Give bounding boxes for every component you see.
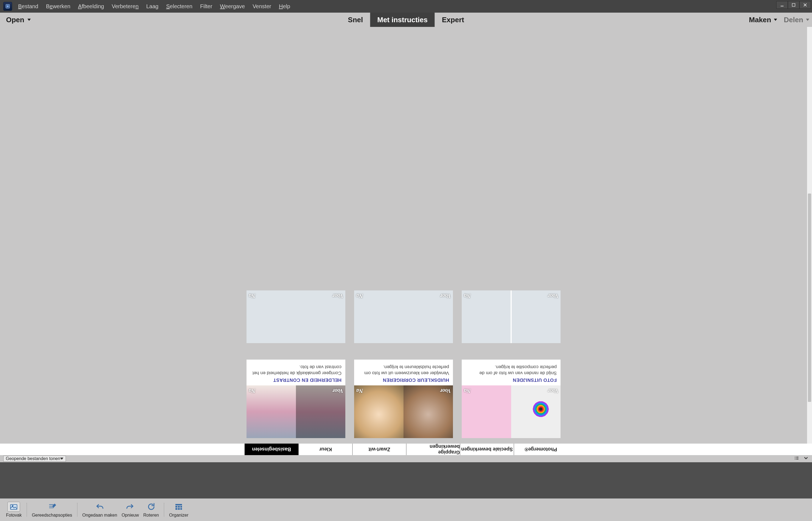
tool-label: Roteren bbox=[143, 513, 159, 518]
svg-rect-1 bbox=[781, 6, 784, 6]
cat-grappige-bewerkingen[interactable]: Grappige bewerkingen bbox=[406, 444, 460, 455]
tool-options-icon bbox=[47, 502, 56, 512]
tool-roteren[interactable]: Roteren bbox=[141, 502, 161, 518]
mode-bar-right: Maken Delen bbox=[749, 13, 809, 27]
mode-snel[interactable]: Snel bbox=[341, 13, 370, 27]
open-button-label: Open bbox=[6, 16, 24, 24]
card-helderheid-contrast[interactable]: Voor Na HELDERHEID EN CONTRAST Corrigeer… bbox=[247, 360, 345, 438]
menu-help[interactable]: Help bbox=[279, 3, 290, 9]
tool-opnieuw[interactable]: Opnieuw bbox=[119, 502, 141, 518]
menu-selecteren[interactable]: Selecteren bbox=[166, 3, 193, 9]
mode-bar: Open Snel Met instructies Expert Maken D… bbox=[0, 13, 812, 27]
cat-zwart-wit[interactable]: Zwart-wit bbox=[352, 444, 406, 455]
card-desc: Snijd de randen van uw foto af om de per… bbox=[466, 364, 557, 376]
svg-rect-5 bbox=[175, 504, 182, 505]
badge-voor: Voor bbox=[440, 293, 451, 299]
badge-na: Na bbox=[249, 388, 255, 394]
card-preview-house[interactable]: Voor Na bbox=[354, 290, 453, 343]
menu-bewerken[interactable]: Bewerken bbox=[46, 3, 70, 9]
undo-icon bbox=[95, 502, 104, 512]
open-files-dropdown[interactable]: Geopende bestanden tonen bbox=[3, 456, 66, 462]
delen-button[interactable]: Delen bbox=[784, 16, 809, 24]
menu-weergave[interactable]: Weergave bbox=[220, 3, 245, 9]
menu-bar: Bestand Bewerken Afbeelding Verbeteren L… bbox=[0, 0, 812, 13]
maken-button[interactable]: Maken bbox=[749, 16, 777, 24]
menu-verbeteren[interactable]: Verbeteren bbox=[112, 3, 139, 9]
menu-afbeelding[interactable]: Afbeelding bbox=[78, 3, 104, 9]
badge-voor: Voor bbox=[333, 388, 343, 394]
mode-tabs: Snel Met instructies Expert bbox=[341, 13, 471, 27]
card-preview-sky[interactable]: Voor Na bbox=[462, 290, 561, 343]
badge-na: Na bbox=[464, 293, 471, 299]
cat-basisbeginselen[interactable]: Basisbeginselen bbox=[245, 444, 298, 455]
menu-bestand[interactable]: Bestand bbox=[18, 3, 38, 9]
badge-na: Na bbox=[356, 293, 363, 299]
open-button[interactable]: Open bbox=[0, 13, 37, 27]
tool-gereedschapsopties[interactable]: Gereedschapsopties bbox=[30, 502, 74, 518]
badge-voor: Voor bbox=[548, 293, 558, 299]
svg-rect-10 bbox=[178, 508, 180, 510]
thumbnail-strip[interactable] bbox=[0, 462, 812, 498]
svg-rect-7 bbox=[178, 506, 180, 507]
menu-venster[interactable]: Venster bbox=[252, 3, 271, 9]
card-preview-room[interactable]: Voor Na bbox=[247, 290, 345, 343]
scrollbar-thumb[interactable] bbox=[808, 194, 811, 402]
tool-label: Ongedaan maken bbox=[82, 513, 117, 518]
mode-expert[interactable]: Expert bbox=[435, 13, 471, 27]
separator bbox=[77, 503, 77, 517]
badge-voor: Voor bbox=[548, 388, 558, 394]
card-huidskleur-corrigeren[interactable]: Voor Na HUIDSKLEUR CORRIGEREN Verwijder … bbox=[354, 360, 453, 438]
list-view-icon[interactable] bbox=[794, 455, 799, 462]
chevron-down-icon[interactable] bbox=[803, 455, 809, 462]
tool-label: Opnieuw bbox=[121, 513, 139, 518]
svg-point-4 bbox=[12, 505, 13, 506]
delen-label: Delen bbox=[784, 16, 803, 24]
separator bbox=[27, 503, 27, 517]
tool-organizer[interactable]: Organizer bbox=[167, 502, 190, 518]
cat-photomerge[interactable]: Photomerge® bbox=[514, 444, 567, 455]
tool-fotovak[interactable]: Fotovak bbox=[4, 502, 24, 518]
scrollbar[interactable] bbox=[807, 27, 812, 444]
svg-rect-11 bbox=[180, 508, 182, 510]
card-desc: Corrigeer gemakkelijk de helderheid en h… bbox=[250, 364, 341, 376]
guided-area: Voor Na FOTO UITSNIJDEN Snijd de randen … bbox=[0, 27, 812, 444]
svg-rect-6 bbox=[175, 506, 177, 507]
menu-laag[interactable]: Laag bbox=[146, 3, 159, 9]
badge-na: Na bbox=[464, 388, 471, 394]
badge-voor: Voor bbox=[333, 293, 343, 299]
tool-label: Organizer bbox=[169, 513, 188, 518]
photo-bin-icon bbox=[7, 502, 20, 512]
open-files-bar: Geopende bestanden tonen bbox=[0, 455, 812, 462]
window-close-button[interactable] bbox=[799, 1, 811, 9]
window-controls bbox=[776, 1, 811, 9]
guided-scroll[interactable]: Voor Na FOTO UITSNIJDEN Snijd de randen … bbox=[0, 27, 807, 444]
open-files-dropdown-label: Geopende bestanden tonen bbox=[6, 456, 60, 461]
badge-na: Na bbox=[356, 388, 363, 394]
window-maximize-button[interactable] bbox=[788, 1, 799, 9]
card-desc: Verwijder een kleurzweem uit uw foto om … bbox=[358, 364, 449, 376]
cat-kleur[interactable]: Kleur bbox=[298, 444, 352, 455]
cat-speciale-bewerkingen[interactable]: Speciale bewerkingen bbox=[460, 444, 514, 455]
separator bbox=[164, 503, 164, 517]
svg-rect-2 bbox=[792, 4, 795, 6]
menu-items: Bestand Bewerken Afbeelding Verbeteren L… bbox=[18, 3, 290, 9]
maken-label: Maken bbox=[749, 16, 771, 24]
app-icon bbox=[3, 2, 12, 11]
svg-rect-8 bbox=[180, 506, 182, 507]
caret-down-icon bbox=[60, 458, 63, 460]
caret-down-icon bbox=[774, 19, 777, 21]
caret-down-icon bbox=[27, 19, 31, 21]
rotate-icon bbox=[147, 502, 156, 512]
organizer-icon bbox=[174, 502, 183, 512]
tool-ongedaan-maken[interactable]: Ongedaan maken bbox=[80, 502, 119, 518]
menu-filter[interactable]: Filter bbox=[200, 3, 212, 9]
mode-met-instructies[interactable]: Met instructies bbox=[370, 13, 435, 27]
caret-down-icon bbox=[806, 19, 809, 21]
badge-voor: Voor bbox=[440, 388, 451, 394]
tool-label: Fotovak bbox=[6, 513, 22, 518]
card-foto-uitsnijden[interactable]: Voor Na FOTO UITSNIJDEN Snijd de randen … bbox=[462, 360, 561, 438]
category-tabs: Photomerge® Speciale bewerkingen Grappig… bbox=[0, 444, 812, 455]
redo-icon bbox=[126, 502, 135, 512]
window-minimize-button[interactable] bbox=[776, 1, 788, 9]
card-title: FOTO UITSNIJDEN bbox=[466, 377, 557, 383]
